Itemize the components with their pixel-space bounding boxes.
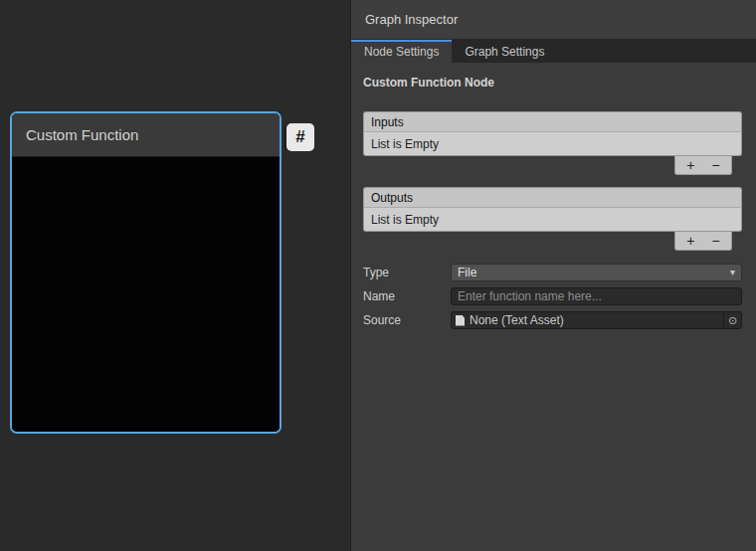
inputs-list-footer: + − — [363, 156, 742, 175]
node-header[interactable]: Custom Function — [12, 113, 280, 157]
hash-icon: # — [295, 127, 304, 147]
function-name-input[interactable] — [451, 287, 742, 305]
add-input-button[interactable]: + — [680, 158, 700, 172]
outputs-footer-bar: + − — [674, 232, 732, 251]
section-title: Custom Function Node — [363, 76, 742, 90]
type-dropdown[interactable]: File ▾ — [451, 264, 742, 281]
source-object-value: None (Text Asset) — [470, 313, 723, 327]
inspector-body: Custom Function Node Inputs List is Empt… — [351, 63, 756, 329]
chevron-down-icon: ▾ — [730, 268, 735, 277]
outputs-list-footer: + − — [363, 232, 742, 251]
node-body — [12, 157, 280, 432]
outputs-list: Outputs List is Empty + − — [363, 187, 742, 251]
add-output-button[interactable]: + — [680, 234, 700, 248]
name-label: Name — [363, 289, 451, 303]
type-label: Type — [363, 266, 451, 279]
type-row: Type File ▾ — [363, 264, 742, 281]
object-picker-icon[interactable]: ⊙ — [723, 312, 741, 328]
inputs-footer-bar: + − — [674, 156, 732, 175]
remove-output-button[interactable]: − — [706, 234, 726, 248]
text-asset-icon — [456, 315, 465, 326]
outputs-list-header: Outputs — [363, 187, 742, 207]
inspector-title: Graph Inspector — [365, 12, 458, 27]
source-row: Source None (Text Asset) ⊙ — [363, 311, 742, 329]
outputs-empty-row: List is Empty — [363, 207, 742, 232]
inputs-list-header: Inputs — [363, 111, 742, 131]
source-object-field[interactable]: None (Text Asset) ⊙ — [451, 311, 742, 329]
node-title: Custom Function — [26, 126, 138, 143]
remove-input-button[interactable]: − — [706, 158, 726, 172]
tab-graph-settings[interactable]: Graph Settings — [452, 40, 557, 63]
inspector-header[interactable]: Graph Inspector — [351, 0, 756, 40]
graph-inspector-panel: Graph Inspector Node Settings Graph Sett… — [350, 0, 756, 551]
inspector-tabs: Node Settings Graph Settings — [351, 40, 756, 63]
graph-canvas[interactable]: Custom Function # — [0, 0, 350, 551]
source-label: Source — [363, 313, 451, 327]
name-row: Name — [363, 287, 742, 305]
inputs-empty-row: List is Empty — [363, 131, 742, 156]
inputs-list: Inputs List is Empty + − — [363, 111, 742, 175]
tab-node-settings[interactable]: Node Settings — [351, 40, 452, 63]
custom-function-node[interactable]: Custom Function — [10, 111, 282, 434]
node-fields: Type File ▾ Name Source None (Text Asset… — [363, 264, 742, 329]
custom-function-hash-badge[interactable]: # — [286, 123, 314, 151]
type-dropdown-value: File — [458, 266, 476, 279]
